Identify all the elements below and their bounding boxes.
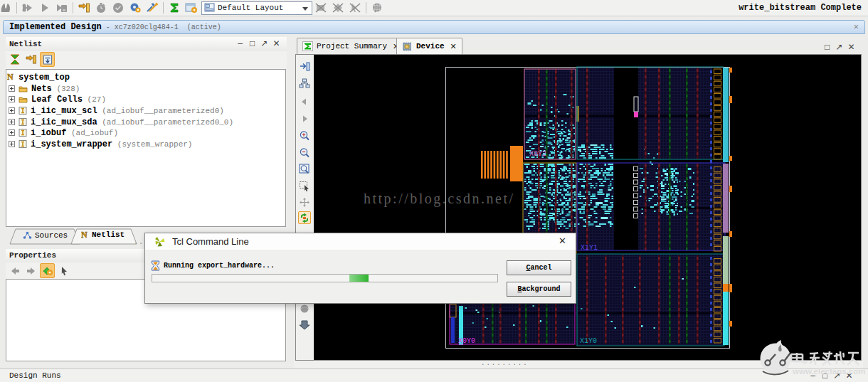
svg-text:www.elecfans.com: www.elecfans.com — [792, 367, 865, 376]
svg-text:N: N — [81, 230, 88, 239]
svg-text:N: N — [7, 73, 14, 81]
svg-text:X0Y2: X0Y2 — [529, 150, 546, 158]
svg-text:http://blog.csdn.net/: http://blog.csdn.net/ — [364, 191, 515, 207]
svg-text:X1Y1: X1Y1 — [581, 244, 598, 252]
svg-text:X0Y0: X0Y0 — [458, 337, 475, 345]
svg-text:X1Y0: X1Y0 — [580, 337, 597, 345]
